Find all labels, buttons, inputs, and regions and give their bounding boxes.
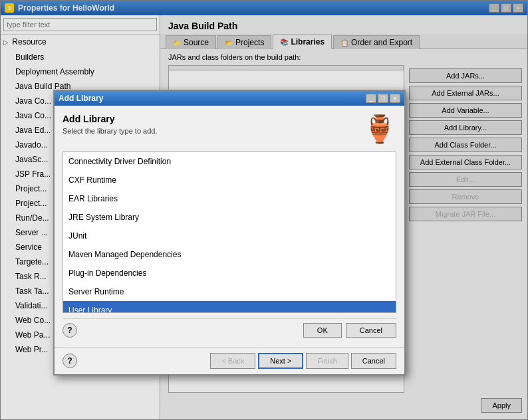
lib-item-user-library[interactable]: User Library [63,301,396,313]
library-icon: 🏺 [363,114,396,145]
lib-item-server-runtime[interactable]: Server Runtime [63,282,396,301]
ok-cancel-area: OK Cancel [303,323,396,338]
ok-cancel-button[interactable]: Cancel [346,323,396,338]
next-button[interactable]: Next > [258,353,303,369]
dialog-footer: ? OK Cancel [63,318,396,339]
dialog-maximize-button[interactable]: □ [378,94,388,103]
cancel-button[interactable]: Cancel [351,353,396,369]
dialog-header: Add Library Select the library type to a… [63,114,396,145]
dialog-help-button[interactable]: ? [63,323,77,338]
dialog-nav-buttons: < Back Next > Finish Cancel [210,353,396,369]
back-button[interactable]: < Back [210,353,255,369]
dialog-nav-help-button[interactable]: ? [63,354,77,368]
lib-item-maven[interactable]: Maven Managed Dependencies [63,245,396,264]
dialog-heading: Add Library Select the library type to a… [63,114,157,135]
finish-button[interactable]: Finish [306,353,348,369]
dialog-title-bar: Add Library _ □ × [55,91,404,106]
dialog-overlay: Add Library _ □ × Add Library Select the… [0,0,528,420]
dialog-nav-footer: ? < Back Next > Finish Cancel [55,347,404,374]
lib-item-ear[interactable]: EAR Libraries [63,189,396,208]
ok-button[interactable]: OK [303,323,342,338]
dialog-minimize-button[interactable]: _ [366,94,376,103]
dialog-body: Add Library Select the library type to a… [55,106,404,347]
lib-item-connectivity[interactable]: Connectivity Driver Definition [63,152,396,171]
add-library-dialog: Add Library _ □ × Add Library Select the… [53,90,406,375]
library-list[interactable]: Connectivity Driver Definition CXF Runti… [63,152,396,313]
dialog-heading-title: Add Library [63,114,157,124]
dialog-close-button[interactable]: × [390,94,400,103]
lib-item-cxf[interactable]: CXF Runtime [63,171,396,189]
lib-item-jre[interactable]: JRE System Library [63,208,396,227]
dialog-title-buttons: _ □ × [366,94,400,103]
lib-item-plugin[interactable]: Plug-in Dependencies [63,264,396,282]
dialog-heading-sub: Select the library type to add. [63,127,157,135]
dialog-title: Add Library [59,94,103,103]
lib-item-junit[interactable]: JUnit [63,227,396,245]
